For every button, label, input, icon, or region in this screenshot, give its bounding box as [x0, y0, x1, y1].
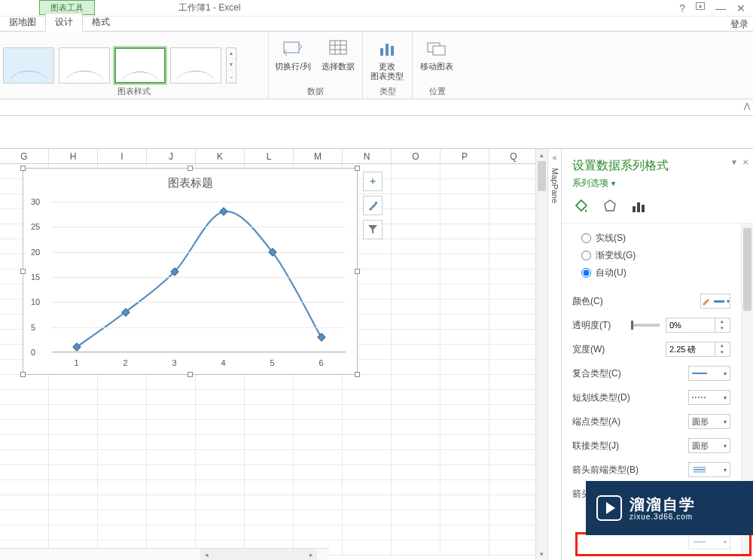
chart-styles-button[interactable] — [363, 196, 383, 215]
x-axis-tick: 1 — [74, 358, 78, 367]
arrow-type-icon — [692, 466, 707, 473]
chart-styles-gallery[interactable]: ▴▾⌄ 图表样式 — [0, 32, 268, 99]
chart-filters-button[interactable] — [363, 220, 383, 239]
join-type-label: 联接类型(J) — [572, 440, 619, 452]
chart-elements-button[interactable]: ＋ — [363, 172, 383, 191]
fill-line-tab-icon[interactable] — [572, 197, 590, 215]
line-solid-radio[interactable]: 实线(S) — [572, 230, 730, 247]
resize-handle[interactable] — [355, 166, 360, 171]
transparency-input[interactable]: ▴▾ — [666, 318, 730, 333]
collapse-ribbon-icon[interactable]: ⋀ — [744, 102, 750, 110]
chart-title[interactable]: 图表标题 — [23, 169, 357, 190]
pane-title: 设置数据系列格式 — [562, 149, 753, 177]
resize-handle[interactable] — [20, 166, 26, 171]
svg-rect-14 — [637, 202, 640, 212]
y-axis-tick: 5 — [31, 323, 35, 332]
brush-icon — [367, 199, 379, 212]
column-header[interactable]: L — [245, 149, 294, 163]
tab-design[interactable]: 设计 — [45, 13, 83, 32]
select-data-icon — [326, 36, 350, 60]
compound-type-label: 复合类型(C) — [572, 367, 621, 380]
join-type-dropdown[interactable]: 圆形▾ — [688, 438, 730, 453]
move-chart-button[interactable]: 移动图表 — [419, 36, 455, 72]
column-header[interactable]: K — [196, 149, 245, 163]
x-axis-tick: 5 — [270, 358, 274, 367]
resize-handle[interactable] — [20, 269, 26, 274]
x-axis-tick: 2 — [123, 358, 127, 367]
mappane-collapse-tab[interactable]: « MapPane — [547, 149, 561, 560]
dash-line-icon — [692, 394, 707, 400]
move-chart-icon — [425, 36, 449, 60]
funnel-icon — [367, 224, 378, 235]
switch-row-col-icon — [281, 36, 305, 60]
column-header[interactable]: O — [392, 149, 441, 163]
select-data-label: 选择数据 — [322, 62, 355, 72]
vertical-scrollbar[interactable]: ▴ ▾ — [535, 149, 547, 560]
tab-map[interactable]: 据地图 — [0, 14, 45, 31]
horizontal-scrollbar[interactable]: ◂▸ — [200, 549, 317, 560]
group-label-location: 位置 — [413, 86, 462, 97]
column-header[interactable]: G — [0, 149, 49, 163]
x-axis-tick: 4 — [221, 358, 225, 367]
column-header[interactable]: H — [49, 149, 98, 163]
worksheet-area[interactable]: GHIJKLMNOPQ 图表标题 051015202530123456 ＋ — [0, 149, 535, 560]
resize-handle[interactable] — [355, 269, 360, 274]
login-link[interactable]: 登录 — [730, 18, 748, 31]
svg-rect-10 — [433, 46, 445, 55]
arrow-begin-type-dropdown[interactable]: ▾ — [688, 462, 730, 477]
chart-style-thumb[interactable] — [170, 47, 221, 84]
width-input[interactable]: ▴▾ — [666, 342, 730, 357]
minimize-icon[interactable]: — — [715, 2, 726, 14]
cap-type-dropdown[interactable]: 圆形▾ — [688, 414, 730, 429]
tab-format[interactable]: 格式 — [83, 14, 119, 31]
compound-line-icon — [692, 370, 707, 376]
line-gradient-radio[interactable]: 渐变线(G) — [572, 247, 730, 264]
color-label: 颜色(C) — [572, 295, 603, 308]
column-header[interactable]: P — [441, 149, 489, 163]
resize-handle[interactable] — [187, 372, 193, 377]
arrow-begin-type-label: 箭头前端类型(B) — [572, 464, 639, 476]
x-axis-tick: 3 — [172, 358, 176, 367]
resize-handle[interactable] — [20, 372, 26, 377]
dash-type-dropdown[interactable]: ▾ — [688, 390, 730, 405]
resize-handle[interactable] — [355, 372, 360, 377]
line-auto-radio[interactable]: 自动(U) — [572, 264, 730, 282]
transparency-slider[interactable] — [633, 324, 660, 327]
line-color-picker[interactable]: ▾ — [700, 294, 730, 309]
chart-object[interactable]: 图表标题 051015202530123456 — [23, 168, 358, 375]
series-options-dropdown[interactable]: 系列选项▼ — [562, 177, 753, 197]
change-chart-type-button[interactable]: 更改图表类型 — [369, 36, 405, 81]
chart-style-thumb[interactable] — [3, 47, 54, 84]
column-header[interactable]: I — [98, 149, 147, 163]
pane-dropdown-icon[interactable]: ▼ — [730, 158, 738, 166]
pane-close-icon[interactable]: ✕ — [742, 158, 748, 166]
compound-type-dropdown[interactable]: ▾ — [688, 366, 730, 381]
column-header[interactable]: N — [343, 149, 392, 163]
switch-row-col-button[interactable]: 切换行/列 — [275, 36, 311, 72]
x-axis-tick: 6 — [319, 358, 323, 367]
column-header[interactable]: J — [147, 149, 196, 163]
select-data-button[interactable]: 选择数据 — [320, 36, 356, 72]
chart-styles-more[interactable]: ▴▾⌄ — [226, 47, 236, 84]
y-axis-tick: 10 — [31, 297, 40, 306]
scrollbar-thumb[interactable] — [743, 228, 751, 311]
change-chart-type-label: 更改图表类型 — [370, 62, 404, 81]
column-header[interactable]: Q — [489, 149, 535, 163]
series-options-tab-icon[interactable] — [630, 197, 648, 215]
chart-style-thumb[interactable] — [59, 47, 110, 84]
resize-handle[interactable] — [187, 166, 193, 171]
svg-rect-15 — [642, 205, 645, 212]
effects-tab-icon[interactable] — [601, 197, 619, 215]
help-icon[interactable]: ? — [679, 2, 685, 14]
close-icon[interactable]: ✕ — [736, 2, 745, 14]
play-icon — [596, 495, 622, 521]
svg-rect-6 — [380, 48, 383, 56]
dash-type-label: 短划线类型(D) — [572, 391, 630, 404]
ribbon-display-icon[interactable]: ▴ — [696, 2, 705, 10]
chart-style-thumb-active[interactable] — [114, 47, 166, 84]
svg-rect-1 — [330, 41, 346, 54]
scrollbar-thumb[interactable] — [538, 161, 546, 191]
column-header[interactable]: M — [294, 149, 343, 163]
y-axis-tick: 30 — [31, 197, 40, 206]
watermark-brand: 溜溜自学 — [630, 496, 696, 513]
